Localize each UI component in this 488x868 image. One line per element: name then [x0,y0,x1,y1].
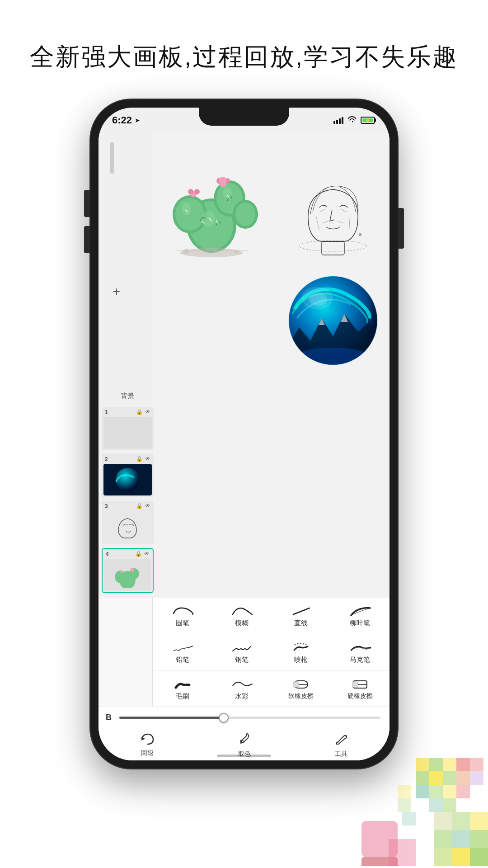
drawing-canvas[interactable] [153,133,389,598]
svg-rect-16 [398,785,411,798]
svg-point-77 [116,468,139,491]
svg-rect-13 [456,771,470,785]
bust-artwork [290,169,376,269]
line-brush-label: 直线 [294,619,308,627]
bristle-brush-icon [171,677,194,691]
brush-round[interactable]: 圆笔 [153,598,212,634]
svg-rect-26 [452,848,470,866]
svg-rect-11 [456,758,470,771]
svg-rect-86 [293,682,299,687]
brush-willow[interactable]: 柳叶笔 [330,598,389,634]
svg-rect-30 [389,839,416,866]
round-brush-icon [171,604,194,618]
eye-icon: 👁 [145,409,150,415]
size-slider-thumb[interactable] [219,713,229,723]
willow-brush-label: 柳叶笔 [350,619,370,627]
svg-rect-17 [398,798,411,812]
svg-point-70 [309,293,327,306]
soft-eraser-label: 软橡皮擦 [288,692,314,700]
undo-action[interactable]: 回退 [140,732,155,757]
layers-panel: 4 🔒 👁 3 [99,305,156,598]
signal-icon [333,117,343,124]
svg-marker-89 [352,682,358,687]
brush-row-2: 铅笔 钢笔 [153,634,389,671]
svg-rect-20 [452,812,470,830]
marker-brush-icon [349,641,371,654]
brush-blur[interactable]: 模糊 [212,598,271,634]
layer-1-icons: 🔒 👁 [136,409,150,415]
svg-rect-6 [416,785,429,798]
layer-item-4[interactable]: 4 🔒 👁 [102,548,154,593]
layer-item-2[interactable]: 2 🔒 👁 [102,454,154,497]
hard-eraser-icon [349,677,371,691]
scroll-handle[interactable] [110,142,114,174]
svg-rect-24 [470,830,488,848]
undo-label: 回退 [141,749,154,757]
svg-point-83 [305,644,306,645]
brush-bristle[interactable]: 毛刷 [153,671,212,707]
svg-rect-18 [402,812,416,826]
tool-label: 工具 [335,750,347,758]
layer-2-number: 2 [105,456,108,462]
brush-hard-eraser[interactable]: 硬橡皮擦 [330,671,389,707]
svg-point-39 [182,203,191,215]
pencil-brush-label: 铅笔 [176,656,189,664]
brush-watercolor[interactable]: 水彩 [212,671,271,707]
svg-point-81 [300,643,301,644]
svg-line-59 [319,209,325,212]
svg-point-74 [130,568,134,572]
time-display: 6:22 [112,114,132,126]
blur-brush-label: 模糊 [235,619,249,627]
layer-4-thumb [104,559,151,590]
lock-icon: 🔒 [136,409,143,415]
layer-item-1[interactable]: 1 🔒 👁 [102,407,154,450]
power-button[interactable] [398,208,404,249]
brush-marker[interactable]: 马克笔 [330,634,389,670]
brush-row-3: 毛刷 水彩 [153,671,389,708]
svg-rect-3 [416,771,429,785]
svg-point-72 [115,571,127,583]
add-layer-button[interactable]: + [107,282,127,302]
svg-point-75 [121,571,123,573]
svg-rect-1 [429,758,443,771]
line-brush-icon [290,604,312,618]
size-slider-track[interactable] [119,717,380,719]
status-time-group: 6:22 ➤ [112,114,140,126]
spray-brush-icon [290,641,312,654]
color-pick-label: 取色 [238,750,251,758]
marker-brush-label: 马克笔 [350,656,370,664]
svg-rect-4 [429,771,443,785]
svg-rect-7 [429,785,443,798]
volume-up-button[interactable] [84,190,90,217]
brush-line[interactable]: 直线 [271,598,330,634]
volume-down-button[interactable] [84,226,90,253]
svg-line-61 [322,221,328,223]
svg-point-40 [202,211,215,227]
wifi-icon [347,116,357,125]
svg-point-64 [359,233,361,236]
status-icons: ⚡ [333,116,376,125]
soft-eraser-icon [290,677,312,691]
layer-4-icons: 🔒 👁 [135,551,150,557]
layer-4-number: 4 [106,551,109,557]
layer-1-thumb [103,417,152,448]
pen-brush-icon [230,641,253,654]
svg-rect-5 [443,771,456,785]
bottom-toolbar: 圆笔 模糊 直线 [99,598,389,760]
globe-artwork [286,273,380,368]
svg-point-38 [235,203,255,226]
brush-soft-eraser[interactable]: 软橡皮擦 [271,671,330,707]
svg-rect-22 [434,830,452,848]
b-size-label: B [106,713,115,722]
tool-action[interactable]: 工具 [334,731,348,758]
brush-pen[interactable]: 钢笔 [212,634,271,670]
spray-brush-label: 喷枪 [294,656,308,664]
layer-2-thumb [103,464,152,495]
layer-item-3[interactable]: 3 🔒 👁 [102,501,154,544]
background-layer-label: 背景 [102,389,154,403]
bristle-brush-label: 毛刷 [176,692,189,701]
svg-rect-2 [443,758,456,771]
battery-icon: ⚡ [361,117,376,124]
brush-pencil[interactable]: 铅笔 [153,634,212,670]
brush-spray[interactable]: 喷枪 [271,634,330,670]
